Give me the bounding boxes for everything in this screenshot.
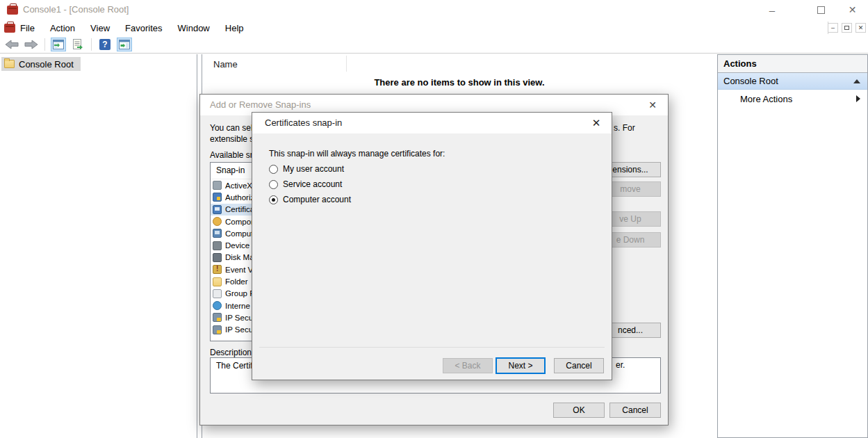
dialog-title: Add or Remove Snap-ins <box>210 99 311 110</box>
button-label: e Down <box>616 235 645 245</box>
minimize-button[interactable]: – <box>756 0 788 19</box>
child-restore-button[interactable] <box>842 23 852 33</box>
actions-pane: Actions Console Root More Actions <box>717 54 868 438</box>
radio-service-account[interactable]: Service account <box>269 178 342 190</box>
window-title: Console1 - [Console Root] <box>23 4 129 15</box>
maximize-button[interactable] <box>805 0 837 19</box>
dialog-title: Certificates snap-in <box>265 117 342 128</box>
toolbar-separator <box>44 38 45 51</box>
forward-button[interactable] <box>24 38 39 51</box>
radio-icon[interactable] <box>269 165 278 174</box>
folder-icon <box>4 60 15 68</box>
snapin-label: Group P <box>225 289 255 298</box>
snapin-label: Certifica <box>225 205 254 213</box>
button-label: OK <box>573 405 584 415</box>
button-label: ensions... <box>612 165 648 175</box>
tree-item-label: Console Root <box>19 59 74 70</box>
actions-group-console-root[interactable]: Console Root <box>718 73 867 90</box>
more-actions-label: More Actions <box>740 94 856 104</box>
dialog-titlebar: Certificates snap-in ✕ <box>252 113 612 133</box>
child-minimize-button[interactable]: – <box>828 23 838 33</box>
child-close-button[interactable]: ✕ <box>855 23 866 33</box>
restore-icon <box>844 26 849 30</box>
ok-button[interactable]: OK <box>553 403 605 418</box>
description-label: Description: <box>210 348 254 357</box>
back-icon <box>5 40 19 49</box>
back-button[interactable]: < Back <box>443 358 493 373</box>
ip-security-policy-icon <box>213 325 222 334</box>
show-action-pane-button[interactable] <box>117 38 132 51</box>
computer-management-icon <box>213 229 222 238</box>
tree-item-console-root[interactable]: Console Root <box>1 57 81 71</box>
button-label: Cancel <box>566 361 591 371</box>
button-label: move <box>620 184 640 194</box>
snapin-label: Compon <box>225 218 255 226</box>
menu-file[interactable]: File <box>17 22 38 35</box>
intro-text-right-fragment: s. For <box>614 123 635 133</box>
button-label: < Back <box>455 361 480 371</box>
menu-favorites[interactable]: Favorites <box>122 22 165 35</box>
export-list-button[interactable] <box>70 38 85 51</box>
certificates-snapin-dialog: Certificates snap-in ✕ This snap-in will… <box>252 112 612 380</box>
actions-pane-header: Actions <box>718 55 867 73</box>
folder-icon <box>213 277 222 286</box>
event-viewer-icon <box>213 265 222 274</box>
maximize-icon <box>817 6 825 14</box>
main-titlebar: Console1 - [Console Root] – ✕ <box>0 0 868 19</box>
console-tree-icon <box>53 40 64 49</box>
radio-my-user-account[interactable]: My user account <box>269 163 344 175</box>
snapin-label: Comput <box>225 229 253 238</box>
menu-view[interactable]: View <box>88 22 113 35</box>
cancel-button[interactable]: Cancel <box>609 403 661 418</box>
authorization-manager-icon <box>213 193 222 202</box>
show-console-tree-button[interactable] <box>51 38 66 51</box>
cancel-button[interactable]: Cancel <box>554 358 604 373</box>
mmc-child-icon[interactable] <box>4 24 15 33</box>
radio-label: Service account <box>283 179 342 189</box>
internet-icon <box>213 301 222 310</box>
back-button[interactable] <box>4 38 19 51</box>
menu-action[interactable]: Action <box>47 22 78 35</box>
radio-checked-icon[interactable] <box>269 195 278 204</box>
toolbar-separator <box>91 38 92 51</box>
snapin-label: Folder <box>225 277 248 286</box>
description-right-fragment: er. <box>616 360 625 370</box>
help-button[interactable]: ? <box>97 38 113 51</box>
action-pane-icon <box>119 40 130 49</box>
radio-label: Computer account <box>283 195 351 204</box>
button-label: nced... <box>618 325 643 335</box>
menu-help[interactable]: Help <box>222 22 247 35</box>
export-list-icon <box>73 39 83 50</box>
submenu-arrow-icon <box>856 95 860 102</box>
dialog-close-icon[interactable]: ✕ <box>590 117 603 129</box>
empty-view-message: There are no items to show in this view. <box>202 77 716 88</box>
column-divider[interactable] <box>346 56 347 72</box>
help-icon: ? <box>99 39 110 50</box>
snapin-label: Interne <box>225 302 250 310</box>
console-tree-pane: Console Root <box>0 54 197 438</box>
toolbar: ? <box>0 36 868 54</box>
collapse-arrow-icon[interactable] <box>853 79 860 83</box>
activex-icon <box>213 181 222 190</box>
actions-group-label: Console Root <box>723 76 853 86</box>
radio-icon[interactable] <box>269 180 278 189</box>
device-manager-icon <box>213 241 222 250</box>
radio-label: My user account <box>283 164 344 174</box>
disk-management-icon <box>213 253 222 262</box>
close-button[interactable]: ✕ <box>837 0 868 19</box>
snapin-label: Event Vi <box>225 266 255 274</box>
name-column-header[interactable]: Name <box>213 59 238 70</box>
button-separator <box>259 347 605 348</box>
certificates-icon <box>213 205 222 214</box>
dialog-close-icon[interactable]: ✕ <box>646 99 659 111</box>
component-services-icon <box>213 217 222 226</box>
next-button[interactable]: Next > <box>496 357 546 374</box>
button-label: ve Up <box>619 214 641 224</box>
forward-icon <box>24 40 38 49</box>
snapin-label: ActiveX <box>225 181 252 190</box>
radio-computer-account[interactable]: Computer account <box>269 193 351 206</box>
menu-window[interactable]: Window <box>175 22 213 35</box>
ip-security-monitor-icon <box>213 313 222 322</box>
button-label: Cancel <box>622 405 648 415</box>
more-actions-item[interactable]: More Actions <box>718 90 867 108</box>
